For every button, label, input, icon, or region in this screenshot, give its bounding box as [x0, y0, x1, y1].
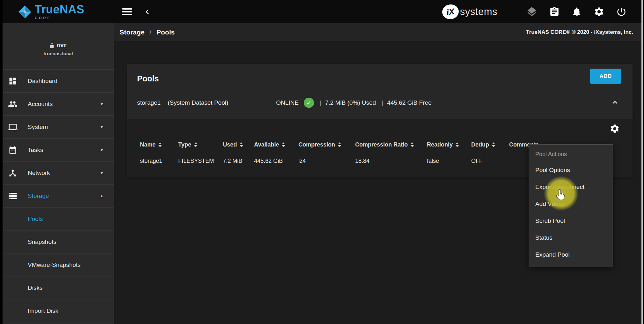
sort-icon[interactable] — [158, 142, 162, 147]
column-header-readonly[interactable]: Readonly — [427, 141, 471, 148]
sidebar-subitem-snapshots[interactable]: Snapshots — [3, 230, 114, 253]
chevron-down-icon: ▼ — [100, 102, 104, 106]
hamburger-icon — [122, 8, 132, 10]
breadcrumb: Storage / Pools — [120, 28, 175, 36]
brand-title: TrueNAS — [35, 4, 84, 15]
sidebar-toggle-button[interactable] — [120, 5, 134, 19]
sidebar: root truenas.local Dashboard Accounts ▼ … — [3, 23, 114, 324]
breadcrumb-separator: / — [150, 28, 151, 36]
menu-header: Pool Actions — [529, 147, 613, 162]
sort-icon[interactable] — [240, 142, 243, 147]
pool-description: (System Dataset Pool) — [168, 99, 228, 106]
menu-item-expand-pool[interactable]: Expand Pool — [529, 246, 613, 263]
sidebar-subitem-label: Snapshots — [28, 238, 56, 245]
divider: | — [382, 99, 383, 106]
alerts-button[interactable] — [571, 6, 583, 18]
sidebar-item-network[interactable]: Network ▼ — [3, 162, 114, 185]
pool-used: 7.2 MiB (0%) Used — [325, 99, 376, 106]
page-title: Pools — [137, 74, 159, 83]
settings-button[interactable] — [593, 6, 605, 18]
menu-item-scrub-pool[interactable]: Scrub Pool — [529, 212, 613, 229]
sidebar-item-system[interactable]: System ▼ — [3, 116, 114, 139]
column-header-type[interactable]: Type — [178, 141, 223, 148]
card-header: Pools ADD — [127, 64, 633, 93]
accounts-icon — [8, 99, 18, 109]
sidebar-item-dashboard[interactable]: Dashboard — [3, 70, 114, 93]
clipboard-icon — [549, 6, 560, 17]
add-pool-button[interactable]: ADD — [590, 69, 621, 84]
column-header-compression[interactable]: Compression — [298, 141, 355, 148]
column-header-dedup[interactable]: Dedup — [471, 141, 509, 148]
menu-item-add-vdevs[interactable]: Add Vdevs — [529, 195, 613, 212]
chevron-down-icon: ▼ — [100, 171, 104, 175]
column-header-name[interactable]: Name — [140, 141, 178, 148]
pool-summary-row[interactable]: storage1 (System Dataset Pool) ONLINE ✓ … — [127, 93, 633, 112]
sidebar-item-label: Network — [28, 170, 50, 177]
cell-compression-ratio: 18.84 — [355, 158, 427, 164]
cell-dedup: OFF — [471, 158, 509, 164]
screen-left-edge — [0, 0, 3, 324]
sort-icon[interactable] — [194, 142, 197, 147]
collapse-pool-button[interactable] — [610, 98, 620, 108]
breadcrumb-pools[interactable]: Pools — [157, 28, 175, 36]
sidebar-item-label: Accounts — [28, 101, 53, 108]
gear-icon — [610, 124, 620, 134]
breadcrumb-bar: Storage / Pools TrueNAS CORE® © 2020 - i… — [114, 23, 644, 41]
cell-compression: lz4 — [298, 158, 355, 164]
column-header-compression-ratio[interactable]: Compression Ratio — [355, 141, 427, 148]
check-circle-icon: ✓ — [304, 98, 314, 108]
chevron-up-icon: ▲ — [100, 194, 104, 198]
dashboard-icon — [8, 77, 18, 86]
copyright-text: TrueNAS CORE® © 2020 - iXsystems, Inc. — [526, 29, 633, 35]
pool-name: storage1 — [137, 99, 161, 106]
scrollbar[interactable] — [641, 0, 643, 324]
back-button[interactable] — [143, 7, 152, 17]
bell-icon — [571, 6, 582, 17]
menu-item-pool-options[interactable]: Pool Options — [529, 162, 613, 178]
truenas-app-window: TrueNAS CORE iX systems — [0, 0, 644, 324]
sidebar-item-accounts[interactable]: Accounts ▼ — [3, 93, 114, 116]
menu-item-status[interactable]: Status — [529, 229, 613, 246]
column-header-available[interactable]: Available — [254, 141, 298, 148]
ix-mark: iX — [441, 3, 460, 20]
sort-icon[interactable] — [456, 142, 459, 147]
cell-readonly: false — [427, 158, 471, 164]
truenas-brand[interactable]: TrueNAS CORE — [18, 4, 84, 20]
gear-icon — [594, 6, 604, 17]
column-header-used[interactable]: Used — [223, 141, 254, 148]
pool-actions-button[interactable] — [610, 124, 620, 135]
sidebar-item-label: Tasks — [28, 147, 43, 154]
sidebar-subitem-import-disk[interactable]: Import Disk — [3, 299, 114, 322]
ix-text: systems — [460, 6, 497, 18]
sort-icon[interactable] — [338, 142, 341, 147]
truecommand-layers-icon — [526, 6, 538, 18]
pool-status: ONLINE — [276, 99, 299, 106]
sidebar-subitem-label: Import Disk — [28, 307, 58, 314]
breadcrumb-storage[interactable]: Storage — [120, 28, 144, 36]
sort-icon[interactable] — [492, 142, 495, 147]
user-line: root — [49, 42, 67, 49]
menu-item-export-disconnect[interactable]: Export/Disconnect — [529, 178, 613, 195]
chevron-down-icon: ▼ — [100, 148, 104, 152]
power-button[interactable] — [615, 6, 627, 18]
sort-icon[interactable] — [411, 142, 414, 147]
truecommand-button[interactable] — [525, 5, 538, 18]
sidebar-subitem-vmware-snapshots[interactable]: VMware-Snapshots — [3, 253, 114, 276]
sort-icon[interactable] — [282, 142, 285, 147]
topbar-right: iX systems — [442, 4, 644, 19]
sidebar-item-label: System — [28, 124, 48, 131]
user-name: root — [57, 42, 67, 49]
ixsystems-logo: iX systems — [442, 4, 497, 19]
chevron-up-icon — [610, 98, 620, 107]
divider: | — [320, 99, 321, 106]
user-block: root truenas.local — [3, 23, 114, 70]
sidebar-subitem-pools[interactable]: Pools — [3, 207, 114, 230]
lock-icon — [49, 43, 55, 48]
task-manager-button[interactable] — [548, 6, 560, 18]
truenas-logo-icon — [18, 4, 32, 19]
sidebar-item-storage[interactable]: Storage ▲ — [3, 185, 114, 207]
cell-type: FILESYSTEM — [178, 158, 223, 164]
sidebar-item-tasks[interactable]: Tasks ▼ — [3, 139, 114, 162]
sidebar-subitem-disks[interactable]: Disks — [3, 276, 114, 299]
topbar-icon-group — [525, 5, 627, 18]
